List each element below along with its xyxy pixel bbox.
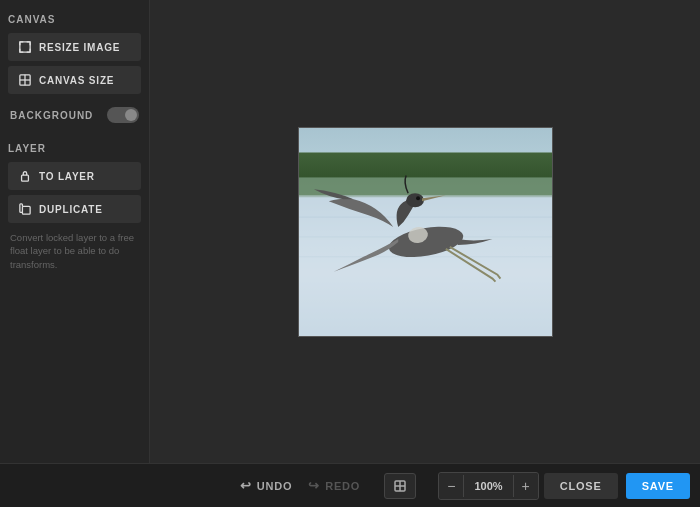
heron-image — [299, 127, 552, 337]
hint-text: Convert locked layer to a free float lay… — [8, 231, 141, 271]
duplicate-label: DUPLICATE — [39, 204, 103, 215]
duplicate-svg-icon — [19, 203, 31, 215]
resize-image-button[interactable]: RESIZE IMAGE — [8, 33, 141, 61]
redo-arrow-icon: ↪ — [308, 478, 320, 493]
main-area: CANVAS RESIZE IMAGE — [0, 0, 700, 463]
zoom-value: 100% — [463, 475, 513, 497]
canvas-size-button[interactable]: CANVAS SIZE — [8, 66, 141, 94]
zoom-controls: − 100% + — [438, 472, 539, 500]
resize-image-label: RESIZE IMAGE — [39, 42, 120, 53]
layer-section: LAYER TO LAYER DUPLICATE — [8, 139, 141, 271]
lock-icon — [18, 169, 32, 183]
canvas-size-svg-icon — [19, 74, 31, 86]
zoom-minus-button[interactable]: − — [439, 473, 463, 499]
background-toggle[interactable] — [107, 107, 139, 123]
undo-arrow-icon: ↩ — [240, 478, 252, 493]
svg-rect-5 — [22, 206, 30, 214]
toggle-knob — [125, 109, 137, 121]
to-layer-button[interactable]: TO LAYER — [8, 162, 141, 190]
svg-point-14 — [406, 193, 424, 207]
svg-rect-8 — [299, 152, 552, 177]
toolbar-right: CLOSE SAVE — [544, 473, 690, 499]
duplicate-button[interactable]: DUPLICATE — [8, 195, 141, 223]
canvas-size-label: CANVAS SIZE — [39, 75, 114, 86]
svg-rect-9 — [299, 195, 552, 336]
zoom-controls-group: − 100% + — [384, 472, 539, 500]
undo-button[interactable]: ↩ UNDO — [240, 478, 292, 493]
undo-label: UNDO — [257, 480, 293, 492]
layer-section-title: LAYER — [8, 143, 141, 154]
crop-svg-icon — [393, 479, 407, 493]
sidebar: CANVAS RESIZE IMAGE — [0, 0, 150, 463]
duplicate-icon — [18, 202, 32, 216]
resize-svg-icon — [19, 41, 31, 53]
crop-icon-button[interactable] — [384, 473, 416, 499]
toolbar-left: ↩ UNDO ↪ REDO − 100% + — [240, 472, 539, 500]
resize-icon — [18, 40, 32, 54]
svg-rect-0 — [20, 42, 30, 52]
background-row: BACKGROUND — [8, 107, 141, 123]
zoom-plus-button[interactable]: + — [514, 473, 538, 499]
background-label: BACKGROUND — [10, 110, 93, 121]
svg-point-15 — [416, 196, 420, 200]
image-container — [298, 127, 553, 337]
bottom-toolbar: ↩ UNDO ↪ REDO − 100% + CLOSE SAVE — [0, 463, 700, 507]
canvas-section-title: CANVAS — [8, 14, 141, 25]
canvas-size-icon — [18, 73, 32, 87]
lock-svg-icon — [19, 170, 31, 182]
redo-label: REDO — [325, 480, 360, 492]
svg-rect-4 — [22, 175, 29, 181]
to-layer-label: TO LAYER — [39, 171, 95, 182]
save-button[interactable]: SAVE — [626, 473, 690, 499]
canvas-area — [150, 0, 700, 463]
redo-button[interactable]: ↪ REDO — [308, 478, 360, 493]
close-button[interactable]: CLOSE — [544, 473, 618, 499]
